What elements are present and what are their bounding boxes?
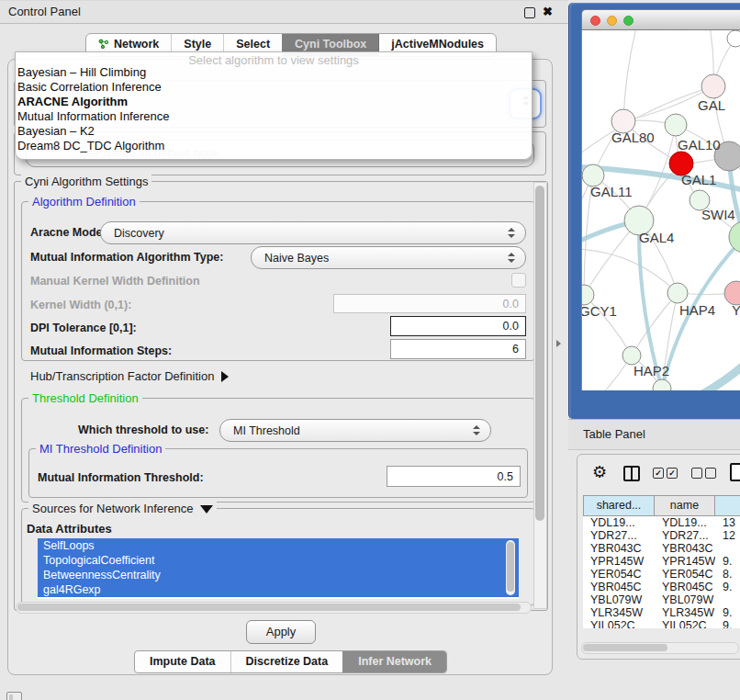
attribute-list-item[interactable]: TopologicalCoefficient: [38, 553, 519, 568]
mi-type-combo[interactable]: Naive Bayes: [251, 246, 526, 269]
spinner-icon: [508, 253, 515, 265]
algorithm-option[interactable]: Basic Correlation Inference: [16, 80, 532, 95]
network-node-GAL10[interactable]: [665, 114, 687, 136]
kernel-width-field[interactable]: 0.0: [333, 294, 526, 313]
network-window-titlebar[interactable]: [581, 9, 740, 30]
mi-steps-field[interactable]: 6: [390, 339, 526, 359]
table-row[interactable]: YIL052CYIL052C9.: [583, 619, 740, 628]
minimize-traffic-light-icon[interactable]: [607, 16, 617, 26]
network-edge[interactable]: [623, 30, 642, 121]
network-node-label: GAL4: [639, 230, 674, 245]
network-node-GCY1[interactable]: [582, 285, 594, 305]
close-traffic-light-icon[interactable]: [590, 16, 600, 26]
mi-threshold-field[interactable]: 0.5: [387, 466, 521, 487]
network-graph: GALGAL80GAL10GAL1GAL11SWI4GAL4GCY1HAP4YH…: [582, 30, 740, 390]
tab-select-label: Select: [236, 38, 270, 51]
network-node-label: GAL11: [590, 184, 633, 199]
table-column-header[interactable]: shared...: [583, 495, 655, 516]
collapsed-arrow-icon: [221, 371, 229, 382]
table-panel-body: ⚙ ✓ ✓ shared...nameA YDL19...YDL19...13Y…: [577, 454, 740, 660]
table-cell: YDR27...: [583, 529, 655, 542]
split-view-icon[interactable]: [623, 466, 640, 481]
network-edge-highlighted[interactable]: [671, 333, 740, 390]
dpi-tolerance-field[interactable]: 0.0: [390, 316, 526, 336]
sources-toggle[interactable]: Sources for Network Inference: [28, 502, 217, 515]
network-node[interactable]: [653, 379, 671, 390]
table-cell: 13: [715, 516, 740, 529]
table-row[interactable]: YLR345WYLR345W9.: [583, 606, 740, 619]
table-cell: YBR045C: [655, 581, 715, 593]
table-row[interactable]: YBR043CYBR043C: [583, 542, 740, 555]
zoom-traffic-light-icon[interactable]: [623, 16, 633, 26]
table-row[interactable]: YDR27...YDR27...12: [583, 529, 740, 542]
algorithm-dropdown[interactable]: Select algorithm to view settings Bayesi…: [15, 51, 533, 160]
document-icon[interactable]: [730, 463, 740, 481]
data-attributes-list[interactable]: SelfLoopsTopologicalCoefficientBetweenne…: [38, 538, 519, 599]
table-row[interactable]: YBL079WYBL079W: [583, 593, 740, 606]
algorithm-option[interactable]: ARACNE Algorithm: [16, 95, 532, 109]
algorithm-dropdown-placeholder: Select algorithm to view settings: [16, 52, 532, 65]
table-horizontal-scrollbar[interactable]: [581, 642, 739, 654]
algorithm-dropdown-options: Bayesian – Hill ClimbingBasic Correlatio…: [16, 65, 532, 153]
algorithm-option[interactable]: Bayesian – K2: [16, 124, 532, 139]
aracne-mode-combo[interactable]: Discovery: [100, 221, 526, 244]
settings-horizontal-scrollbar[interactable]: [16, 602, 532, 614]
tab-impute-data[interactable]: Impute Data: [135, 651, 230, 672]
checkbox-unchecked-icon[interactable]: [705, 468, 716, 479]
tab-discretize-data-label: Discretize Data: [246, 655, 329, 668]
network-node[interactable]: [727, 30, 740, 47]
corner-panel-icon[interactable]: [6, 692, 22, 700]
manual-kernel-label: Manual Kernel Width Definition: [30, 275, 200, 288]
network-edge[interactable]: [582, 86, 713, 166]
settings-vertical-scrollbar[interactable]: [533, 182, 547, 609]
checkbox-checked-icon[interactable]: ✓: [667, 468, 678, 479]
attribute-list-scrollbar[interactable]: [506, 540, 515, 595]
apply-button[interactable]: Apply: [246, 620, 316, 644]
network-node-HAP2[interactable]: [622, 346, 641, 365]
hub-definition-toggle[interactable]: Hub/Transcription Factor Definition: [30, 369, 229, 383]
mi-threshold-group-title: MI Threshold Definition: [36, 442, 165, 456]
attribute-list-item[interactable]: BetweennessCentrality: [38, 568, 519, 582]
table-column-header[interactable]: A: [715, 495, 740, 516]
table-row[interactable]: YDL19...YDL19...13: [583, 516, 740, 529]
aracne-mode-value: Discovery: [114, 227, 164, 240]
algorithm-option[interactable]: Dream8 DC_TDC Algorithm: [16, 139, 532, 153]
gear-icon[interactable]: ⚙: [592, 464, 607, 480]
table-cell: 8.: [715, 568, 740, 581]
manual-kernel-checkbox[interactable]: [511, 273, 526, 288]
table-cell: YIL052C: [655, 619, 715, 628]
tab-infer-network[interactable]: Infer Network: [342, 651, 446, 672]
mi-threshold-label: Mutual Information Threshold:: [38, 471, 204, 484]
attribute-list-item[interactable]: gal4RGexp: [38, 582, 519, 597]
table-cell: YDL19...: [583, 516, 655, 529]
network-edge[interactable]: [582, 249, 678, 293]
table-row[interactable]: YBR045CYBR045C9.: [583, 581, 740, 593]
network-node-GAL[interactable]: [701, 74, 725, 98]
table-column-header[interactable]: name: [655, 495, 715, 516]
table-cell: YDL19...: [655, 516, 715, 529]
splitter-arrow-icon[interactable]: [556, 340, 561, 347]
checkbox-checked-icon[interactable]: ✓: [653, 468, 664, 479]
mi-steps-label: Mutual Information Steps:: [30, 344, 172, 357]
network-node-HAP4[interactable]: [667, 283, 688, 303]
table-cell: YBR043C: [583, 542, 655, 555]
algorithm-option[interactable]: Mutual Information Inference: [16, 109, 532, 124]
which-threshold-combo[interactable]: MI Threshold: [219, 419, 491, 442]
dpi-tolerance-label: DPI Tolerance [0,1]:: [30, 322, 137, 334]
algorithm-option[interactable]: Bayesian – Hill Climbing: [16, 65, 532, 80]
attribute-list-item[interactable]: SelfLoops: [38, 538, 519, 553]
table-cell: 9.: [715, 555, 740, 568]
float-panel-icon[interactable]: [524, 7, 535, 18]
checkbox-unchecked-icon[interactable]: [691, 468, 702, 479]
table-cell: YLR345W: [583, 606, 655, 619]
sources-title: Sources for Network Inference: [32, 502, 194, 515]
network-canvas[interactable]: GALGAL80GAL10GAL1GAL11SWI4GAL4GCY1HAP4YH…: [581, 30, 740, 390]
tab-discretize-data[interactable]: Discretize Data: [230, 651, 343, 672]
network-node[interactable]: [729, 221, 740, 253]
mi-steps-value: 6: [512, 343, 519, 356]
table-row[interactable]: YPR145WYPR145W9.: [583, 555, 740, 568]
close-panel-icon[interactable]: ✖: [543, 1, 553, 23]
network-node-label: GAL1: [681, 172, 716, 187]
table-panel-title: Table Panel: [583, 420, 645, 449]
table-row[interactable]: YER054CYER054C8.: [583, 568, 740, 581]
